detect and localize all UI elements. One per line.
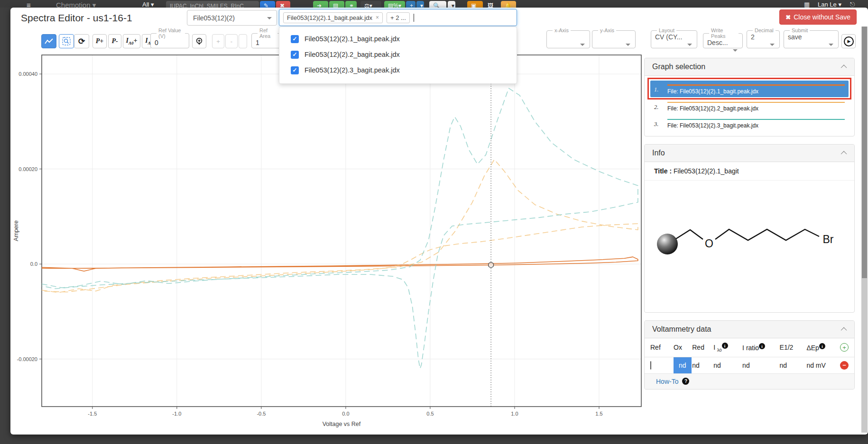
ref-checkbox[interactable]	[650, 361, 651, 370]
decimal-select[interactable]: Decimal 2	[747, 27, 780, 48]
info-icon[interactable]: i	[722, 343, 728, 349]
scale-button[interactable]: ⚖▾	[360, 1, 381, 8]
i-ratio-cell[interactable]: nd	[742, 362, 779, 369]
x-axis-select[interactable]: x-Axis	[546, 27, 590, 48]
spacer-button[interactable]	[239, 34, 247, 48]
i-lambda-add-button[interactable]: IΛ0+	[123, 34, 140, 48]
red-cell[interactable]: nd	[692, 362, 713, 369]
ref-value-input[interactable]	[155, 39, 185, 46]
graph-item-label: File: File053(12)(2).1_bagit.peak.jdx	[667, 88, 845, 95]
delta-ep-cell[interactable]: nd mV	[806, 362, 840, 369]
bromine-atom-label: Br	[823, 233, 834, 245]
cv-chart-svg[interactable]: -1.5-1.0-0.50.00.51.01.50.000400.000200.…	[10, 48, 648, 430]
hamburger-icon[interactable]: ≡	[27, 1, 31, 8]
search-icon[interactable]: 🔍	[429, 1, 446, 8]
close-without-save-button[interactable]: ✖ Close without Save	[779, 9, 857, 25]
line-chart-icon	[45, 38, 53, 45]
checkbox-checked-icon[interactable]: ✓	[291, 35, 299, 43]
info-icon[interactable]: i	[759, 343, 765, 349]
graph-item-3[interactable]: 3. File: File053(12)(2).3_bagit.peak.jdx	[650, 115, 849, 131]
user-menu[interactable]: Lan Le ▾	[818, 1, 841, 8]
ref-area-input[interactable]	[256, 39, 277, 46]
sidebar: Graph selection 1. File: File053(12)(2).…	[644, 58, 855, 397]
dropdown-option-2[interactable]: ✓ File053(12)(2).2_bagit.peak.jdx	[279, 47, 517, 62]
add-caret-button[interactable]: ▾	[416, 1, 424, 8]
write-peaks-value: Desc...	[707, 39, 739, 46]
molecule-viewer: O Br	[645, 181, 854, 312]
bell-button[interactable]: 🔔	[501, 1, 516, 8]
navbar-brand[interactable]: Chemotion ▾	[56, 1, 96, 8]
layout-select[interactable]: Layout CV (CY...	[651, 27, 697, 48]
dropdown-option-3[interactable]: ✓ File053(12)(2).3_bagit.peak.jdx	[279, 63, 517, 77]
ref-value-label: Ref Value (V)	[157, 27, 185, 39]
layout-value: CV (CY...	[655, 33, 693, 41]
graph-item-content: File: File053(12)(2).1_bagit.peak.jdx	[667, 83, 845, 95]
graph-item-2[interactable]: 2. File: File053(12)(2).2_bagit.peak.jdx	[650, 98, 849, 114]
search-caret[interactable]: ▾	[448, 1, 455, 8]
file-multiselect[interactable]: File053(12)(2).1_bagit.peak.jdx × + 2 ..…	[279, 9, 517, 26]
question-icon[interactable]: ?	[682, 378, 689, 385]
decrease-button[interactable]: -	[225, 34, 238, 48]
checkbox-checked-icon[interactable]: ✓	[291, 66, 299, 74]
delete-x-button[interactable]: ✖	[276, 1, 290, 8]
zoom-select-button[interactable]	[59, 34, 74, 48]
peak-add-button[interactable]: P+	[92, 34, 107, 48]
navbar-all-dropdown[interactable]: All ▾	[142, 1, 154, 8]
info-icon[interactable]: i	[819, 343, 825, 349]
scrollbar-track[interactable]	[861, 27, 868, 433]
option-label: File053(12)(2).2_bagit.peak.jdx	[305, 51, 400, 58]
x-tick-label: 1.0	[511, 411, 518, 417]
y-tick-label: 0.00020	[18, 166, 37, 172]
multiselect-more-tag[interactable]: + 2 ...	[387, 12, 410, 23]
plot-border	[42, 55, 641, 407]
set-ref-point-button[interactable]	[192, 34, 206, 48]
run-submit-button[interactable]: ▶	[841, 34, 856, 48]
voltammetry-header[interactable]: Voltammetry data	[645, 321, 854, 338]
write-peaks-select[interactable]: Write Peaks Desc...	[703, 27, 743, 48]
peak-remove-button[interactable]: P-	[108, 34, 121, 48]
remove-row-icon[interactable]: −	[840, 361, 849, 370]
ref-value-field: Ref Value (V)	[150, 27, 189, 48]
navbar-search-input[interactable]: IUPAC, InChI, SMILES, RInC	[166, 1, 259, 8]
line-chart-mode-button[interactable]	[41, 34, 56, 48]
increase-button[interactable]: +	[212, 34, 224, 48]
inbox-button[interactable]: ▣	[467, 1, 483, 8]
calendar-icon[interactable]: ▦	[804, 1, 810, 8]
file-dropdown-menu: ✓ File053(12)(2).1_bagit.peak.jdx ✓ File…	[279, 27, 517, 84]
col-ref: Ref	[650, 344, 674, 351]
info-header[interactable]: Info	[645, 145, 854, 162]
checkbox-checked-icon[interactable]: ✓	[291, 51, 299, 59]
add-row-icon[interactable]: +	[840, 343, 849, 352]
logout-icon[interactable]: ⎋	[850, 1, 855, 8]
graph-item-label: File: File053(12)(2).3_bagit.peak.jdx	[667, 122, 845, 129]
zoom-area-icon	[62, 37, 71, 45]
series-color-line	[667, 102, 845, 103]
dropdown-option-1[interactable]: ✓ File053(12)(2).1_bagit.peak.jdx	[279, 32, 517, 46]
tag-remove-icon[interactable]: ×	[376, 14, 379, 21]
how-to-link[interactable]: How-To	[656, 378, 678, 385]
screen: ≡ Chemotion ▾ All ▾ IUPAC, InChI, SMILES…	[0, 0, 868, 444]
graph-selection-header[interactable]: Graph selection	[645, 58, 854, 76]
image-button[interactable]: 🖼	[484, 1, 499, 8]
export-arrow-button[interactable]: ➜	[313, 1, 328, 8]
reset-zoom-button[interactable]: ⟳	[74, 34, 89, 48]
report-button[interactable]: ▤%▾	[384, 1, 405, 8]
multiselect-tag[interactable]: File053(12)(2).1_bagit.peak.jdx ×	[283, 12, 383, 23]
y-axis-select[interactable]: y-Axis	[592, 27, 636, 48]
voltammetry-columns: Ref Ox Red I λ0i I ratioi E1/2 ΔEpi +	[645, 338, 854, 357]
edit-pencil-button[interactable]: ✎	[260, 1, 275, 8]
i-lambda-cell[interactable]: nd	[713, 362, 742, 369]
clipboard-button[interactable]: ▤	[329, 1, 344, 8]
cv-chart[interactable]: -1.5-1.0-0.50.00.51.01.50.000400.000200.…	[10, 48, 648, 430]
ox-cell-selected[interactable]: nd	[674, 357, 692, 373]
scrollbar-thumb[interactable]	[862, 27, 867, 278]
graph-item-1[interactable]: 1. File: File053(12)(2).1_bagit.peak.jdx	[650, 81, 849, 97]
add-button[interactable]: +	[406, 1, 416, 8]
y-tick-label: -0.00020	[17, 356, 37, 362]
e12-cell[interactable]: nd	[780, 362, 807, 369]
decimal-label: Decimal	[753, 27, 776, 33]
all-label: All	[142, 1, 149, 8]
file-select[interactable]: File053(12)(2)	[187, 10, 277, 26]
submit-select[interactable]: Submit save	[784, 27, 839, 48]
share-button[interactable]: ⚭	[345, 1, 357, 8]
